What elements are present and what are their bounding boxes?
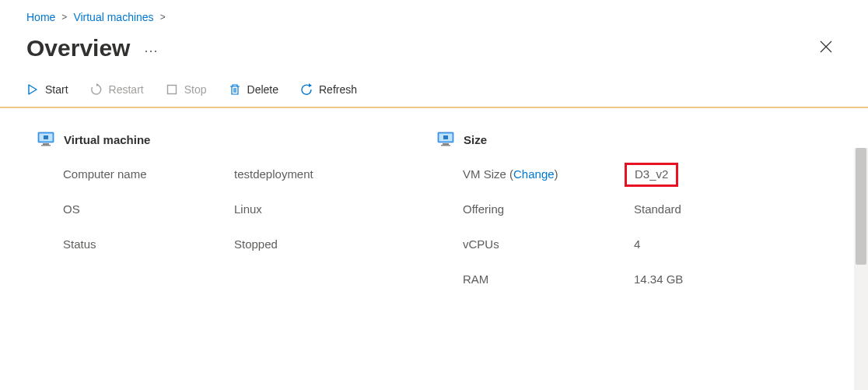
vm-size-value: D3_v2 [634, 167, 669, 181]
chevron-right-icon: > [160, 12, 166, 23]
vm-monitor-icon [437, 132, 454, 147]
size-section-title: Size [464, 133, 487, 146]
command-bar: Start Restart Stop Delete Refresh [0, 83, 868, 108]
play-icon [26, 83, 39, 96]
scrollbar-thumb[interactable] [856, 148, 866, 265]
close-icon [820, 40, 832, 53]
ram-label: RAM [463, 272, 634, 286]
refresh-label: Refresh [319, 83, 357, 96]
breadcrumb-home[interactable]: Home [26, 11, 55, 23]
delete-button[interactable]: Delete [229, 83, 278, 96]
status-value: Stopped [234, 237, 278, 251]
stop-button: Stop [166, 83, 207, 96]
restart-button: Restart [90, 83, 144, 96]
close-button[interactable] [815, 34, 837, 61]
vm-size-label: VM Size (Change) [463, 167, 634, 181]
os-label: OS [63, 202, 234, 216]
computer-name-value: testdeployment [234, 167, 313, 181]
vertical-scrollbar[interactable] [854, 148, 868, 390]
vcpus-label: vCPUs [463, 237, 634, 251]
ram-row: RAM 14.34 GB [437, 272, 837, 286]
restart-label: Restart [109, 83, 144, 96]
svg-rect-3 [43, 143, 49, 145]
svg-rect-0 [167, 86, 176, 94]
vm-size-row: VM Size (Change) D3_v2 [437, 167, 837, 181]
overview-content: Virtual machine Computer name testdeploy… [0, 108, 868, 307]
svg-rect-9 [441, 145, 450, 146]
computer-name-label: Computer name [63, 167, 234, 181]
page-title: Overview [26, 35, 130, 61]
start-label: Start [45, 83, 68, 96]
computer-name-row: Computer name testdeployment [37, 167, 437, 181]
delete-label: Delete [247, 83, 278, 96]
vm-monitor-icon [37, 132, 54, 147]
os-value: Linux [234, 202, 262, 216]
size-section: Size VM Size (Change) D3_v2 Offering Sta… [437, 132, 837, 307]
vm-section: Virtual machine Computer name testdeploy… [37, 132, 437, 307]
vcpus-value: 4 [634, 237, 640, 251]
os-row: OS Linux [37, 202, 437, 216]
ram-value: 14.34 GB [634, 272, 683, 286]
offering-row: Offering Standard [437, 202, 837, 216]
status-label: Status [63, 237, 234, 251]
svg-rect-5 [44, 135, 48, 139]
svg-rect-4 [41, 145, 51, 146]
svg-rect-8 [443, 143, 449, 145]
change-size-link[interactable]: Change [513, 167, 555, 181]
more-actions-button[interactable]: ··· [144, 43, 158, 59]
svg-rect-10 [443, 135, 448, 139]
vcpus-row: vCPUs 4 [437, 237, 837, 251]
offering-label: Offering [463, 202, 634, 216]
start-button[interactable]: Start [26, 83, 68, 96]
chevron-right-icon: > [61, 12, 67, 23]
stop-icon [166, 83, 178, 96]
breadcrumb: Home > Virtual machines > [0, 0, 868, 28]
refresh-button[interactable]: Refresh [300, 83, 357, 96]
vm-size-highlight: D3_v2 [625, 163, 678, 187]
refresh-icon [300, 83, 313, 96]
stop-label: Stop [184, 83, 207, 96]
status-row: Status Stopped [37, 237, 437, 251]
trash-icon [229, 83, 241, 96]
breadcrumb-virtual-machines[interactable]: Virtual machines [73, 11, 153, 23]
restart-icon [90, 83, 103, 96]
vm-section-title: Virtual machine [64, 133, 150, 146]
title-bar: Overview ··· [0, 28, 868, 83]
offering-value: Standard [634, 202, 681, 216]
